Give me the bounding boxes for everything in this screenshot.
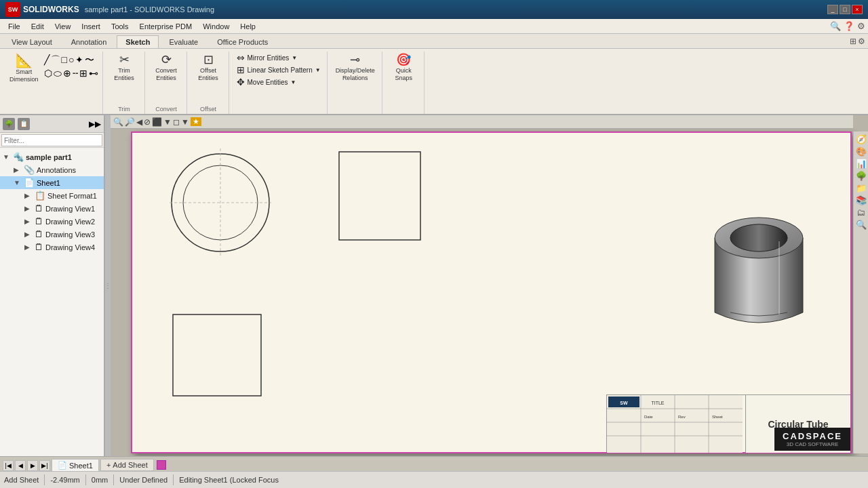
tree-drawing-view2[interactable]: ▶ 🗒 Drawing View2: [0, 215, 104, 228]
mirror-entities-btn[interactable]: ⇔ Mirror Entities ▼: [235, 52, 300, 64]
expand-root: ▼: [3, 153, 11, 161]
drawing-view-rect-top[interactable]: [332, 145, 427, 247]
tab-office-products[interactable]: Office Products: [208, 35, 277, 48]
section-view-icon[interactable]: ⊘: [144, 117, 151, 127]
panel-splitter[interactable]: ⋮: [105, 115, 111, 456]
tree-drawing-view1[interactable]: ▶ 🗒 Drawing View1: [0, 202, 104, 215]
tree-root[interactable]: ▼ 🔩 sample part1: [0, 150, 104, 163]
menu-insert[interactable]: Insert: [76, 21, 106, 32]
display-type-icon[interactable]: ▼: [163, 117, 172, 127]
feature-manager-icon[interactable]: 🌳: [856, 171, 867, 181]
arc-icon[interactable]: ⌒: [51, 54, 60, 66]
tab-evaluate[interactable]: Evaluate: [160, 35, 207, 48]
construction-icon[interactable]: ╌: [73, 68, 78, 79]
design-library-icon[interactable]: 📚: [856, 195, 867, 205]
task-pane-icon[interactable]: 📁: [856, 183, 867, 193]
sheet-next-btn[interactable]: ▶: [27, 460, 38, 471]
offset-entities-btn[interactable]: ⊡ OffsetEntities: [195, 52, 221, 84]
cadspace-name: CADSPACE: [783, 431, 842, 441]
zoom-in-icon[interactable]: 🔎: [125, 117, 135, 127]
menu-file[interactable]: File: [3, 21, 26, 32]
drawing-view-3d[interactable]: [688, 201, 830, 350]
view-orientation-icon[interactable]: 🧭: [856, 134, 867, 144]
canvas-area[interactable]: 🔍 🔎 ◀ ⊘ ⬛ ▼ ◻ ▼ ★: [111, 115, 868, 456]
file-explorer-icon[interactable]: 🗂: [856, 207, 865, 218]
convert-entities-btn[interactable]: ⟳ ConvertEntities: [153, 52, 180, 84]
close-btn[interactable]: ×: [852, 5, 863, 14]
tab-view-layout[interactable]: View Layout: [3, 35, 61, 48]
drawing-view-circle[interactable]: [166, 145, 275, 260]
display-states-icon[interactable]: 📊: [856, 159, 867, 169]
pattern-icon[interactable]: ⊞: [79, 68, 87, 79]
rect-icon[interactable]: □: [62, 54, 67, 66]
search-pane-icon[interactable]: 🔍: [856, 220, 867, 230]
point-icon[interactable]: ✦: [75, 54, 83, 66]
drawing-view-rect-bottom[interactable]: [166, 308, 271, 408]
tree-drawing-view3[interactable]: ▶ 🗒 Drawing View3: [0, 228, 104, 241]
tab-sketch[interactable]: Sketch: [117, 35, 159, 48]
sheet-tabs: |◀ ◀ ▶ ▶| 📄 Sheet1 + Add Sheet: [0, 456, 868, 471]
smart-dimension-icon: 📐: [16, 54, 33, 67]
svg-rect-5: [173, 314, 261, 396]
tree-annotations[interactable]: ▶ 📎 Annotations: [0, 163, 104, 176]
hide-show-icon[interactable]: ◻: [173, 117, 180, 127]
scene-icon[interactable]: ★: [191, 117, 201, 126]
cursor-indicator: [157, 460, 166, 470]
offset-icon: ⊡: [203, 54, 214, 66]
menu-enterprise-pdm[interactable]: Enterprise PDM: [134, 21, 198, 32]
app-logo: SW SOLIDWORKS: [5, 2, 79, 17]
linear-sketch-pattern-btn[interactable]: ⊞ Linear Sketch Pattern ▼: [235, 64, 323, 76]
mirror-h-icon[interactable]: ⊷: [89, 68, 98, 79]
quick-snaps-btn[interactable]: 🎯 QuickSnaps: [391, 52, 416, 84]
title-block-table: SW TITLE Date Rev Sheet: [607, 395, 743, 453]
canvas-fit-icon[interactable]: ⊞: [850, 37, 856, 46]
move-dropdown-icon[interactable]: ▼: [291, 79, 296, 85]
view-palette-icon[interactable]: 🎨: [856, 146, 867, 157]
panel-expand-icon[interactable]: ▶▶: [89, 119, 101, 129]
menu-view[interactable]: View: [50, 21, 77, 32]
menubar: File Edit View Insert Tools Enterprise P…: [0, 19, 868, 34]
polygon-icon[interactable]: ⬡: [44, 68, 52, 79]
linear-pattern-dropdown-icon[interactable]: ▼: [315, 67, 321, 73]
sheet-last-btn[interactable]: ▶|: [39, 460, 50, 471]
tab-annotation[interactable]: Annotation: [62, 35, 116, 48]
defined-status: Under Defined: [119, 476, 167, 484]
previous-view-icon[interactable]: ◀: [136, 117, 142, 127]
sheet1-tab[interactable]: 📄 Sheet1: [52, 459, 99, 471]
feature-tree-icon[interactable]: 🌳: [3, 118, 15, 130]
smart-dimension-btn[interactable]: 📐 SmartDimension: [7, 52, 41, 85]
sheet1-icon: 📄: [24, 178, 35, 188]
sheet1-tab-label: Sheet1: [69, 462, 93, 470]
center-icon[interactable]: ⊕: [63, 68, 71, 79]
tree-sheet-format1[interactable]: ▶ 📋 Sheet Format1: [0, 189, 104, 202]
sheet-prev-btn[interactable]: ◀: [15, 460, 26, 471]
3d-view-icon[interactable]: ⬛: [152, 117, 162, 127]
trim-entities-btn[interactable]: ✂ TrimEntities: [111, 52, 137, 84]
line-icon[interactable]: ╱: [44, 54, 50, 66]
menu-edit[interactable]: Edit: [26, 21, 50, 32]
svg-rect-4: [339, 152, 420, 240]
circle-icon[interactable]: ○: [68, 54, 74, 66]
move-entities-btn[interactable]: ✥ Move Entities ▼: [235, 76, 298, 88]
add-sheet-status: Add Sheet: [4, 476, 39, 484]
menu-help[interactable]: Help: [235, 21, 261, 32]
dv3-label: Drawing View3: [45, 230, 95, 239]
display-delete-relations-btn[interactable]: ⊸ Display/DeleteRelations: [333, 52, 378, 84]
zoom-to-fit-icon[interactable]: 🔍: [113, 117, 123, 127]
menu-window[interactable]: Window: [197, 21, 235, 32]
mirror-dropdown-icon[interactable]: ▼: [292, 55, 297, 61]
ellipse-icon[interactable]: ⬭: [54, 68, 62, 79]
appearance-icon[interactable]: ▼: [181, 117, 189, 127]
expand-dv3: ▶: [24, 230, 33, 238]
spline-icon[interactable]: 〜: [85, 54, 94, 66]
add-sheet-tab-btn[interactable]: + Add Sheet: [100, 459, 154, 471]
tree-drawing-view4[interactable]: ▶ 🗒 Drawing View4: [0, 241, 104, 253]
canvas-options-icon[interactable]: ⚙: [858, 37, 865, 46]
minimize-btn[interactable]: _: [827, 5, 838, 14]
filter-input[interactable]: [1, 134, 102, 146]
menu-tools[interactable]: Tools: [106, 21, 134, 32]
sheet-first-btn[interactable]: |◀: [3, 460, 14, 471]
property-manager-icon[interactable]: 📋: [18, 118, 30, 130]
tree-sheet1[interactable]: ▼ 📄 Sheet1: [0, 176, 104, 189]
restore-btn[interactable]: □: [840, 5, 850, 14]
